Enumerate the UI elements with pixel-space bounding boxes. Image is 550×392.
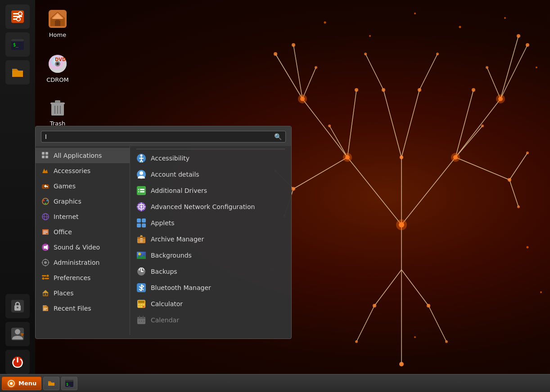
svg-point-63 [451, 153, 460, 162]
svg-line-23 [293, 157, 347, 189]
home-icon [47, 8, 68, 30]
taskbar-terminal-button[interactable]: $_ [61, 377, 77, 390]
category-list: All Applications Accessories [36, 146, 130, 335]
svg-point-124 [46, 200, 48, 201]
calculator-icon [136, 299, 146, 309]
svg-point-150 [140, 155, 143, 157]
svg-rect-188 [143, 306, 144, 307]
svg-rect-183 [138, 304, 140, 305]
svg-point-60 [481, 125, 484, 127]
svg-line-4 [302, 99, 347, 157]
svg-line-27 [401, 270, 428, 306]
app-applets[interactable]: Applets [130, 215, 291, 231]
svg-line-16 [500, 36, 518, 99]
svg-point-66 [324, 22, 326, 24]
app-applets-label: Applets [151, 219, 175, 227]
svg-rect-167 [137, 218, 141, 223]
category-accessories-label: Accessories [54, 167, 90, 174]
svg-point-140 [48, 262, 50, 263]
search-input[interactable] [45, 133, 274, 140]
svg-line-18 [365, 54, 383, 90]
svg-point-197 [10, 382, 13, 385]
app-archive[interactable]: Archive Manager [130, 231, 291, 247]
svg-point-178 [138, 253, 141, 255]
taskbar-files-button[interactable] [43, 377, 59, 390]
app-accessibility[interactable]: Accessibility [130, 150, 291, 166]
category-sound[interactable]: Sound & Video [36, 240, 130, 255]
svg-rect-116 [42, 156, 45, 158]
drivers-icon [136, 186, 146, 196]
desktop-icon-home[interactable]: Home [40, 8, 76, 38]
panel-files-button[interactable] [5, 60, 30, 85]
category-recent-label: Recent Files [54, 305, 91, 312]
category-graphics[interactable]: Graphics [36, 194, 130, 209]
svg-rect-147 [44, 308, 47, 309]
search-bar: 🔍 [36, 126, 291, 146]
category-office[interactable]: Office [36, 224, 130, 240]
panel-power-button[interactable] [5, 350, 30, 374]
svg-point-136 [44, 261, 47, 264]
search-input-wrap: 🔍 [41, 131, 286, 143]
search-icon[interactable]: 🔍 [274, 133, 282, 140]
svg-point-30 [399, 362, 404, 366]
category-games[interactable]: Games [36, 178, 130, 194]
svg-point-34 [400, 156, 403, 159]
svg-rect-97 [13, 16, 22, 17]
menu-body: All Applications Accessories [36, 146, 291, 335]
app-account-label: Account details [151, 171, 199, 178]
home-icon-label: Home [49, 31, 66, 38]
category-recent[interactable]: Recent Files [36, 301, 130, 316]
app-backups[interactable]: Backups [130, 263, 291, 280]
svg-point-71 [536, 67, 537, 68]
svg-point-73 [527, 246, 529, 249]
svg-point-111 [15, 329, 20, 334]
desktop-icon-cdrom[interactable]: DVD CDROM [40, 53, 76, 83]
category-all[interactable]: All Applications [36, 148, 130, 163]
sound-icon [41, 243, 50, 252]
trash-icon [47, 97, 68, 118]
category-graphics-label: Graphics [54, 198, 81, 205]
app-drivers[interactable]: Additional Drivers [130, 183, 291, 199]
svg-line-7 [455, 99, 500, 157]
accessories-icon [41, 166, 50, 175]
taskbar: Menu $_ [0, 374, 550, 392]
svg-rect-106 [12, 71, 23, 77]
app-calculator[interactable]: Calculator [130, 296, 291, 312]
app-accessibility-label: Accessibility [151, 155, 189, 162]
app-backups-label: Backups [151, 268, 177, 275]
svg-rect-117 [45, 156, 48, 158]
menu-button[interactable]: Menu [2, 377, 41, 390]
category-places[interactable]: Places [36, 285, 130, 301]
svg-rect-115 [45, 152, 48, 155]
svg-rect-131 [43, 232, 48, 233]
category-accessories[interactable]: Accessories [36, 163, 130, 178]
panel-terminal-button[interactable]: $_ [5, 32, 30, 57]
svg-rect-157 [137, 186, 146, 195]
backups-icon [136, 267, 146, 276]
app-calendar[interactable]: Calendar [130, 312, 291, 328]
svg-rect-168 [142, 218, 146, 223]
svg-rect-200 [65, 380, 73, 382]
app-bluetooth[interactable]: Bluetooth Manager [130, 280, 291, 296]
desktop-icon-trash[interactable]: Trash [40, 97, 76, 127]
svg-point-57 [355, 340, 358, 343]
panel-settings-button[interactable] [5, 4, 30, 29]
category-admin[interactable]: Administration [36, 255, 130, 270]
app-network[interactable]: Advanced Network Configuration [130, 199, 291, 215]
category-places-label: Places [54, 290, 74, 297]
svg-rect-195 [143, 321, 144, 322]
svg-point-49 [508, 178, 511, 182]
svg-line-10 [383, 90, 401, 157]
app-backgrounds[interactable]: Backgrounds [130, 247, 291, 263]
panel-user-button[interactable] [5, 322, 30, 346]
app-calculator-label: Calculator [151, 300, 183, 307]
category-prefs[interactable]: Preferences [36, 270, 130, 285]
app-list: Accessibility Account details [130, 146, 291, 335]
svg-rect-182 [138, 301, 144, 303]
svg-point-121 [47, 186, 48, 187]
panel-lock-button[interactable] [5, 294, 30, 318]
svg-point-64 [298, 94, 307, 103]
app-account[interactable]: Account details [130, 166, 291, 183]
svg-rect-81 [56, 20, 59, 26]
category-internet[interactable]: Internet [36, 209, 130, 224]
